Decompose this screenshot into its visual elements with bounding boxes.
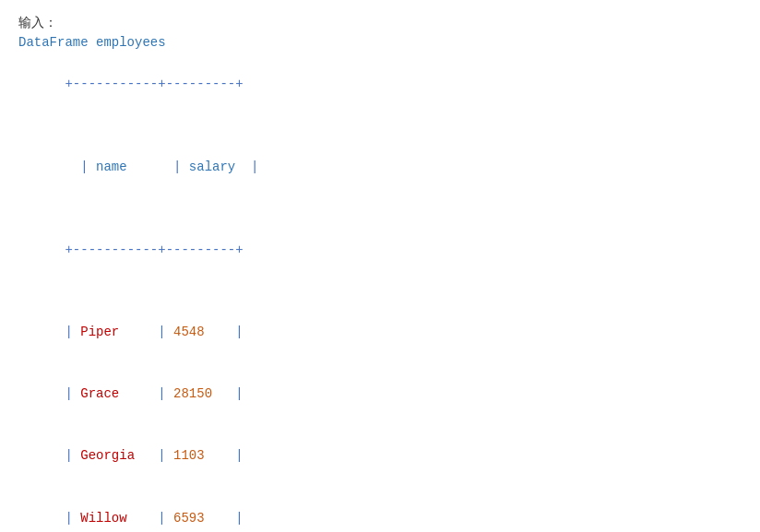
table-row: | Piper | 4548 | [65,325,243,339]
input-section: 输入： DataFrame employees +-----------+---… [18,15,742,532]
input-header-row: | name | salary | [18,160,258,195]
input-label: 输入： [18,15,742,31]
dataframe-title: DataFrame employees [18,35,742,50]
table-row: | Willow | 6593 | [65,511,243,526]
input-table: +-----------+---------+ | name | salary … [18,53,742,532]
input-sep-mid: +-----------+---------+ [65,242,243,257]
table-row: | Grace | 28150 | [65,386,243,401]
table-row: | Georgia | 1103 | [65,448,243,463]
input-sep-top: +-----------+---------+ [65,77,243,91]
